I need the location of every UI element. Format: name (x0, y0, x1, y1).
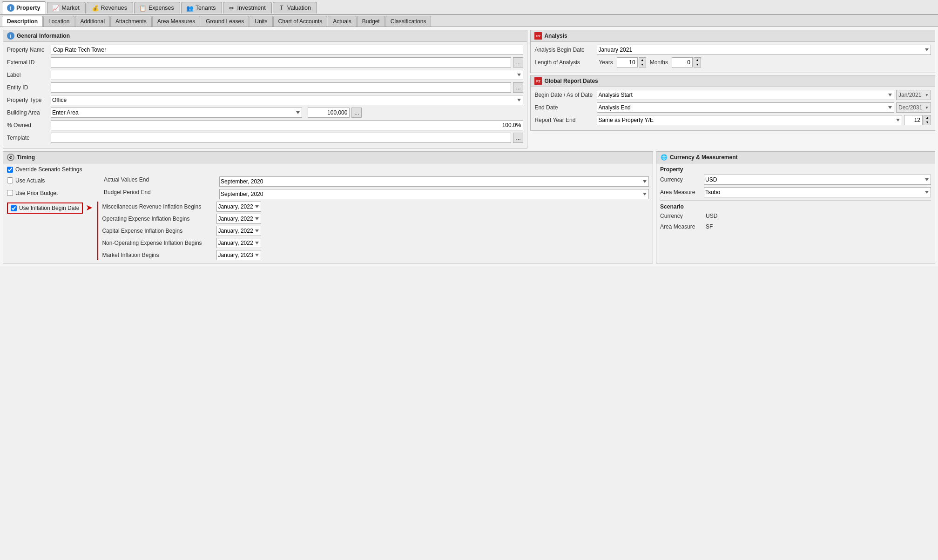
tab-expenses[interactable]: 📋 Expenses (134, 2, 180, 13)
tab-property[interactable]: i Property (2, 1, 46, 14)
operating-expense-inflation-select[interactable]: January, 2022 (216, 214, 261, 224)
analysis-begin-date-select[interactable]: January 2021 (597, 45, 931, 55)
template-browse-button[interactable]: … (513, 133, 523, 143)
analysis-body: Analysis Begin Date January 2021 Length … (531, 42, 935, 73)
capital-expense-inflation-select[interactable]: January, 2022 (216, 226, 261, 236)
building-area-browse-button[interactable]: … (351, 108, 362, 118)
months-up-button[interactable]: ▲ (694, 58, 701, 62)
analysis-panel: R2 Analysis Analysis Begin Date January … (530, 30, 935, 73)
subtab-units[interactable]: Units (250, 16, 272, 27)
analysis-length-label: Length of Analysis (534, 59, 595, 66)
nonoperating-expense-inflation-select[interactable]: January, 2022 (216, 238, 261, 248)
use-prior-budget-checkbox[interactable] (7, 190, 13, 196)
report-year-down-button[interactable]: ▼ (924, 120, 931, 125)
currency-header: 🌐 Currency & Measurement (656, 152, 935, 163)
actuals-row: Use Actuals Actual Values End September,… (7, 176, 649, 187)
scenario-currency-row: Currency USD (660, 212, 931, 220)
template-label: Template (7, 135, 49, 141)
report-year-up-button[interactable]: ▲ (924, 115, 931, 120)
entity-id-label: Entity ID (7, 84, 49, 91)
tab-market-label: Market (61, 5, 79, 11)
property-area-measure-select[interactable]: Tsubo (704, 187, 931, 197)
template-row: Template … (7, 133, 523, 143)
actual-values-end-select[interactable]: September, 2020 (219, 176, 649, 187)
building-area-type-select[interactable]: Enter Area (51, 108, 302, 118)
subtab-chart-of-accounts[interactable]: Chart of Accounts (273, 16, 328, 27)
override-label[interactable]: Override Scenario Settings (15, 166, 82, 173)
months-label: Months (650, 59, 668, 66)
grd-end-date-select[interactable]: Analysis End (597, 102, 894, 113)
subtab-location[interactable]: Location (43, 16, 74, 27)
years-input[interactable] (617, 57, 638, 67)
budget-period-end-select[interactable]: September, 2020 (219, 189, 649, 199)
percent-owned-input[interactable] (51, 120, 523, 130)
tab-revenues[interactable]: 💰 Revenues (87, 2, 133, 13)
analysis-icon: R2 (534, 32, 542, 40)
report-year-spinner: ▲ ▼ (904, 115, 931, 125)
currency-panel: 🌐 Currency & Measurement Property Curren… (656, 151, 935, 263)
market-icon: 📈 (52, 5, 60, 11)
tab-market[interactable]: 📈 Market (47, 2, 85, 13)
override-row: Override Scenario Settings (7, 166, 649, 173)
years-down-button[interactable]: ▼ (639, 62, 646, 67)
timing-icon: ⏱ (7, 154, 14, 161)
subtab-classifications[interactable]: Classifications (385, 16, 432, 27)
market-inflation-select[interactable]: January, 2023 (216, 250, 261, 260)
subtab-budget[interactable]: Budget (357, 16, 385, 27)
subtab-description[interactable]: Description (2, 16, 43, 27)
subtab-additional[interactable]: Additional (75, 16, 110, 27)
property-name-input[interactable] (51, 45, 523, 55)
template-input[interactable] (51, 133, 511, 143)
tab-investment[interactable]: ✏ Investment (223, 2, 272, 13)
budget-period-end-label: Budget Period End (104, 189, 216, 199)
report-year-input[interactable] (904, 115, 923, 125)
misc-revenue-inflation-select[interactable]: January, 2022 (216, 202, 261, 212)
property-currency-select[interactable]: USD (704, 175, 931, 185)
use-inflation-highlight: Use Inflation Begin Date (7, 202, 83, 214)
years-up-button[interactable]: ▲ (639, 58, 646, 62)
use-prior-budget-checkbox-row: Use Prior Budget (7, 189, 100, 197)
label-row: Label (7, 70, 523, 80)
override-checkbox[interactable] (7, 167, 13, 173)
investment-icon: ✏ (228, 5, 236, 11)
operating-expense-inflation-label: Operating Expense Inflation Begins (102, 216, 214, 222)
months-down-button[interactable]: ▼ (694, 62, 701, 67)
entity-id-input[interactable] (51, 82, 511, 93)
property-type-select[interactable]: Office (51, 95, 523, 105)
use-actuals-checkbox-row: Use Actuals (7, 176, 100, 184)
entity-id-row: Entity ID … (7, 82, 523, 93)
use-actuals-label[interactable]: Use Actuals (15, 177, 45, 184)
global-report-dates-panel: R2 Global Report Dates Begin Date / As o… (530, 75, 935, 131)
external-id-browse-button[interactable]: … (513, 57, 523, 67)
subtab-actuals[interactable]: Actuals (328, 16, 356, 27)
use-inflation-label[interactable]: Use Inflation Begin Date (19, 205, 79, 211)
building-area-input[interactable] (308, 108, 350, 118)
percent-owned-label: % Owned (7, 122, 49, 128)
months-spinner-buttons: ▲ ▼ (694, 57, 701, 67)
subtab-attachments[interactable]: Attachments (110, 16, 152, 27)
tab-valuation[interactable]: T Valuation (273, 2, 317, 13)
months-spinner: ▲ ▼ (672, 57, 701, 67)
global-report-dates-header: R2 Global Report Dates (531, 75, 935, 87)
actual-values-end-label: Actual Values End (104, 176, 216, 187)
subtab-ground-leases[interactable]: Ground Leases (201, 16, 249, 27)
analysis-length-row: Length of Analysis Years ▲ ▼ Months (534, 57, 931, 67)
market-inflation-label: Market Inflation Begins (102, 252, 214, 258)
use-actuals-checkbox[interactable] (7, 177, 13, 183)
grd-report-year-end-select[interactable]: Same as Property Y/E (597, 115, 902, 125)
use-prior-budget-label[interactable]: Use Prior Budget (15, 190, 58, 196)
use-inflation-checkbox[interactable] (11, 205, 17, 211)
years-label: Years (599, 59, 613, 66)
entity-id-browse-button[interactable]: … (513, 82, 523, 93)
subtab-area-measures[interactable]: Area Measures (152, 16, 200, 27)
general-info-icon: i (7, 32, 14, 40)
months-input[interactable] (672, 57, 693, 67)
capital-expense-inflation-label: Capital Expense Inflation Begins (102, 228, 214, 234)
label-select[interactable] (51, 70, 523, 80)
tab-tenants[interactable]: 👥 Tenants (181, 2, 222, 13)
grd-end-date-label: End Date (534, 104, 595, 111)
grd-begin-date-select[interactable]: Analysis Start (597, 90, 894, 100)
grd-end-date-row: End Date Analysis End Dec/2031 ▼ (534, 102, 931, 113)
property-name-row: Property Name (7, 45, 523, 55)
external-id-input[interactable] (51, 57, 511, 67)
